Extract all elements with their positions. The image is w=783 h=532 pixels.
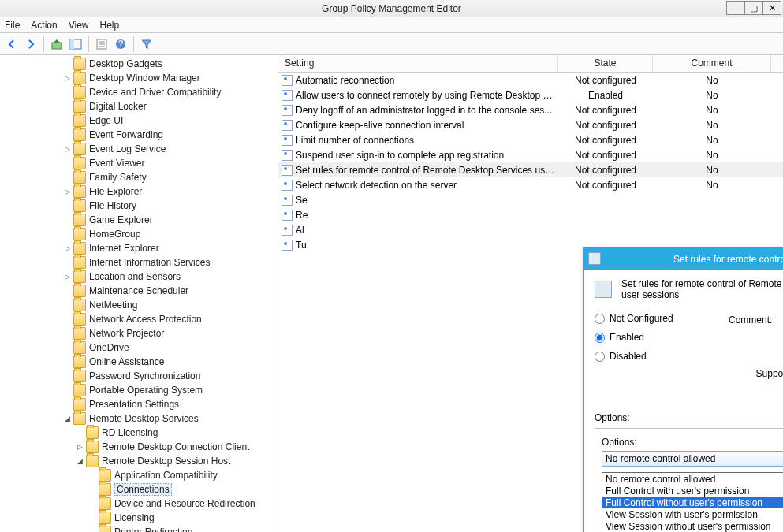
list-row[interactable]: Limit number of connectionsNot configure… <box>278 132 783 147</box>
minimize-button[interactable]: — <box>726 1 745 15</box>
tree-item[interactable]: NetMeeting <box>0 298 278 312</box>
expand-icon[interactable]: ▷ <box>63 244 72 253</box>
expand-icon[interactable] <box>63 400 72 409</box>
expand-icon[interactable] <box>63 159 72 168</box>
expand-icon[interactable] <box>63 344 72 352</box>
list-header[interactable]: Setting State Comment <box>278 55 783 73</box>
options-combobox[interactable]: No remote control allowed ▾ <box>602 451 783 467</box>
dropdown-option[interactable]: View Session with user's permission <box>602 508 783 520</box>
expand-icon[interactable] <box>63 173 72 182</box>
tree-item[interactable]: Device and Resource Redirection <box>0 497 278 511</box>
tree-item[interactable]: OneDrive <box>0 340 278 355</box>
list-row[interactable]: Se <box>278 192 783 207</box>
list-row[interactable]: Suspend user sign-in to complete app reg… <box>278 147 783 162</box>
expand-icon[interactable] <box>63 329 72 338</box>
expand-icon[interactable] <box>88 471 97 480</box>
menu-view[interactable]: View <box>69 20 89 31</box>
expand-icon[interactable]: ▷ <box>63 145 72 154</box>
options-dropdown[interactable]: No remote control allowedFull Control wi… <box>602 472 783 532</box>
dialog-titlebar[interactable]: Set rules for remote control of Remote D… <box>584 248 783 270</box>
tree-item[interactable]: Licensing <box>0 511 278 525</box>
expand-icon[interactable] <box>88 500 97 508</box>
expand-icon[interactable]: ◢ <box>76 457 84 466</box>
tree-item[interactable]: RD Licensing <box>0 426 278 440</box>
list-row[interactable]: Al <box>278 222 783 237</box>
show-hide-tree-button[interactable] <box>67 35 84 53</box>
forward-button[interactable] <box>22 35 39 53</box>
menu-action[interactable]: Action <box>31 20 57 31</box>
tree-item[interactable]: Portable Operating System <box>0 383 278 397</box>
expand-icon[interactable] <box>63 287 72 296</box>
tree-item[interactable]: Online Assistance <box>0 355 278 369</box>
list-row[interactable]: Deny logoff of an administrator logged i… <box>278 102 783 117</box>
expand-icon[interactable]: ◢ <box>63 415 72 423</box>
expand-icon[interactable] <box>63 102 72 111</box>
tree-item[interactable]: Connections <box>0 482 278 497</box>
expand-icon[interactable]: ▷ <box>76 443 84 452</box>
dropdown-option[interactable]: View Session without user's permission <box>602 520 783 532</box>
col-state[interactable]: State <box>558 55 653 72</box>
expand-icon[interactable] <box>63 216 72 225</box>
tree-item[interactable]: ◢Remote Desktop Session Host <box>0 454 278 468</box>
dropdown-option[interactable]: Full Control without user's permission <box>602 497 783 508</box>
tree-item[interactable]: Family Safety <box>0 170 278 184</box>
help-button[interactable]: ? <box>112 35 129 53</box>
radio-not-configured[interactable]: Not Configured <box>595 313 713 324</box>
radio-disabled[interactable]: Disabled <box>595 351 713 362</box>
tree-item[interactable]: ▷Internet Explorer <box>0 241 278 255</box>
dropdown-option[interactable]: No remote control allowed <box>602 473 783 485</box>
expand-icon[interactable] <box>63 88 72 97</box>
tree-item[interactable]: ◢Remote Desktop Services <box>0 411 278 426</box>
menu-file[interactable]: File <box>5 20 20 31</box>
properties-button[interactable] <box>93 35 110 53</box>
maximize-button[interactable]: ▢ <box>744 1 763 15</box>
expand-icon[interactable] <box>88 485 97 494</box>
up-button[interactable] <box>48 35 65 53</box>
tree-item[interactable]: ▷File Explorer <box>0 184 278 199</box>
tree-item[interactable]: Internet Information Services <box>0 255 278 270</box>
tree-item[interactable]: Game Explorer <box>0 213 278 227</box>
tree-item[interactable]: ▷Event Log Service <box>0 142 278 156</box>
list-row[interactable]: Automatic reconnectionNot configuredNo <box>278 73 783 87</box>
expand-icon[interactable] <box>63 131 72 140</box>
tree-item[interactable]: Device and Driver Compatibility <box>0 85 278 99</box>
tree-item[interactable]: Password Synchronization <box>0 369 278 383</box>
list-row[interactable]: Configure keep-alive connection interval… <box>278 117 783 132</box>
tree-item[interactable]: Edge UI <box>0 113 278 128</box>
list-row[interactable]: Select network detection on the serverNo… <box>278 177 783 192</box>
expand-icon[interactable] <box>88 514 97 523</box>
tree-item[interactable]: HomeGroup <box>0 227 278 241</box>
close-button[interactable]: ✕ <box>762 1 781 15</box>
navigation-tree[interactable]: Desktop Gadgets▷Desktop Window ManagerDe… <box>0 55 278 532</box>
list-row[interactable]: Allow users to connect remotely by using… <box>278 87 783 102</box>
tree-item[interactable]: ▷Location and Sensors <box>0 270 278 284</box>
expand-icon[interactable] <box>63 259 72 267</box>
expand-icon[interactable] <box>63 358 72 366</box>
col-comment[interactable]: Comment <box>653 55 771 72</box>
expand-icon[interactable] <box>88 528 97 533</box>
expand-icon[interactable]: ▷ <box>63 273 72 281</box>
expand-icon[interactable] <box>63 301 72 310</box>
back-button[interactable] <box>3 35 21 53</box>
tree-item[interactable]: Maintenance Scheduler <box>0 284 278 298</box>
radio-enabled[interactable]: Enabled <box>595 332 713 343</box>
tree-item[interactable]: Event Forwarding <box>0 128 278 142</box>
list-row[interactable]: Set rules for remote control of Remote D… <box>278 162 783 177</box>
expand-icon[interactable] <box>76 429 84 437</box>
expand-icon[interactable] <box>63 372 72 381</box>
dropdown-option[interactable]: Full Control with user's permission <box>602 485 783 497</box>
expand-icon[interactable] <box>63 315 72 324</box>
tree-item[interactable]: Network Access Protection <box>0 312 278 326</box>
expand-icon[interactable] <box>63 202 72 210</box>
filter-button[interactable] <box>138 35 155 53</box>
expand-icon[interactable] <box>63 117 72 125</box>
tree-item[interactable]: ▷Desktop Window Manager <box>0 71 278 85</box>
expand-icon[interactable] <box>63 60 72 69</box>
tree-item[interactable]: Event Viewer <box>0 156 278 170</box>
list-row[interactable]: Re <box>278 207 783 222</box>
tree-item[interactable]: ▷Remote Desktop Connection Client <box>0 440 278 454</box>
expand-icon[interactable] <box>63 386 72 395</box>
tree-item[interactable]: Desktop Gadgets <box>0 57 278 71</box>
tree-item[interactable]: Presentation Settings <box>0 397 278 411</box>
menu-help[interactable]: Help <box>100 20 120 31</box>
